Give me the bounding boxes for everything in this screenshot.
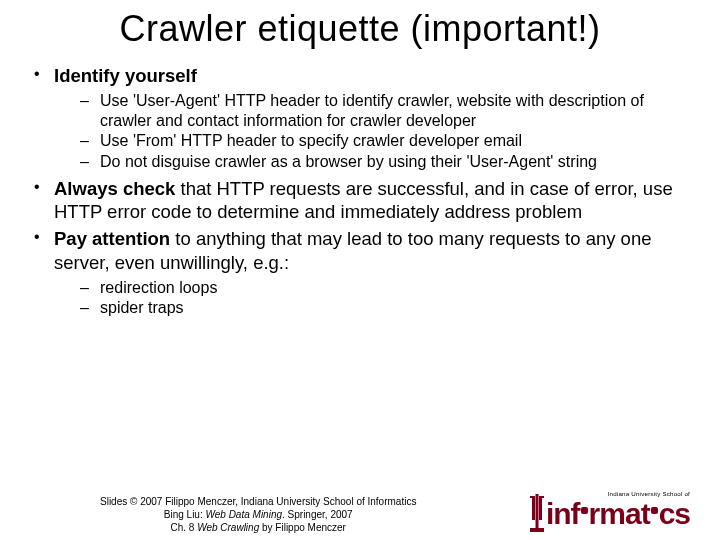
logo-superscript: Indiana University School of — [608, 492, 690, 497]
sub-item: Do not disguise crawler as a browser by … — [78, 152, 694, 172]
trident-icon — [530, 494, 544, 534]
credits-line-1: Slides © 2007 Filippo Menczer, Indiana U… — [100, 495, 416, 508]
bullet-1-sublist: Use 'User-Agent' HTTP header to identify… — [54, 91, 694, 171]
credits-text: by Filippo Menczer — [259, 522, 346, 533]
logo-dot-icon — [581, 507, 588, 514]
credits-line-3: Ch. 8 Web Crawling by Filippo Menczer — [100, 521, 416, 534]
bullet-1: Identify yourself Use 'User-Agent' HTTP … — [30, 64, 694, 171]
sub-item: spider traps — [78, 298, 694, 318]
credits-text: Bing Liu: — [164, 509, 206, 520]
bullet-3-bold: Pay attention — [54, 228, 170, 249]
bullet-2-bold: Always check — [54, 178, 175, 199]
logo-word: Indiana University School of infrmatcs — [546, 502, 690, 526]
logo-text: inf — [546, 497, 580, 530]
logo-text: cs — [659, 497, 690, 530]
logo-text: rmat — [589, 497, 650, 530]
slide-body: Identify yourself Use 'User-Agent' HTTP … — [0, 64, 720, 318]
credits-text: Ch. 8 — [170, 522, 197, 533]
credits-italic: Web Data Mining — [205, 509, 282, 520]
credits-line-2: Bing Liu: Web Data Mining. Springer, 200… — [100, 508, 416, 521]
sub-item: Use 'From' HTTP header to specify crawle… — [78, 131, 694, 151]
bullet-3-sublist: redirection loops spider traps — [54, 278, 694, 318]
sub-item: redirection loops — [78, 278, 694, 298]
slide-title: Crawler etiquette (important!) — [0, 8, 720, 50]
bullet-list: Identify yourself Use 'User-Agent' HTTP … — [30, 64, 694, 318]
bullet-1-bold: Identify yourself — [54, 65, 197, 86]
logo-dot-icon — [651, 507, 658, 514]
bullet-3: Pay attention to anything that may lead … — [30, 227, 694, 317]
iu-logo: Indiana University School of infrmatcs — [530, 494, 690, 534]
slide-footer: Slides © 2007 Filippo Menczer, Indiana U… — [0, 494, 720, 534]
bullet-2: Always check that HTTP requests are succ… — [30, 177, 694, 223]
credits: Slides © 2007 Filippo Menczer, Indiana U… — [100, 495, 416, 534]
slide: Crawler etiquette (important!) Identify … — [0, 8, 720, 540]
credits-text: . Springer, 2007 — [282, 509, 353, 520]
sub-item: Use 'User-Agent' HTTP header to identify… — [78, 91, 694, 130]
credits-italic: Web Crawling — [197, 522, 259, 533]
